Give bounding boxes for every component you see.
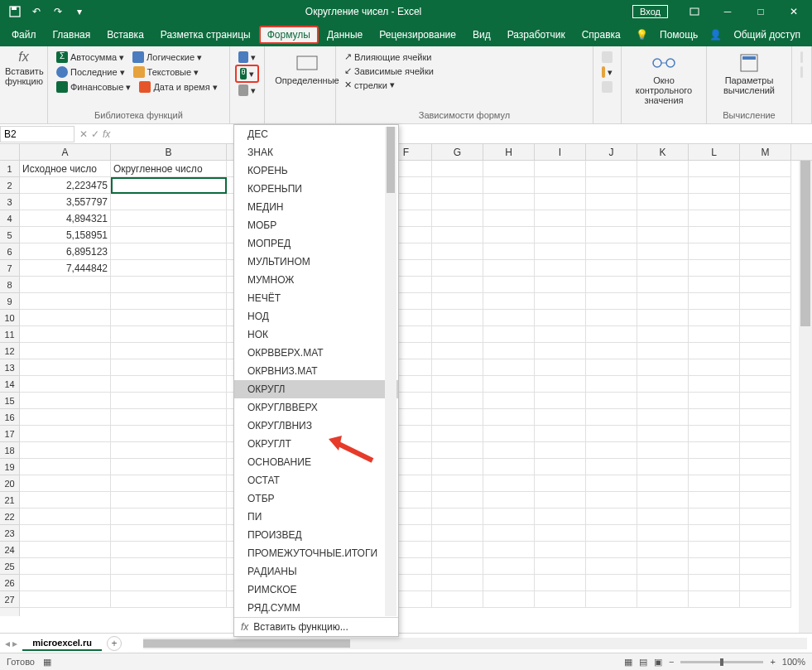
cell-L14[interactable] xyxy=(689,376,740,393)
error-check-button[interactable]: ▾ xyxy=(598,65,616,80)
zoom-out-button[interactable]: − xyxy=(669,657,674,667)
cell-G15[interactable] xyxy=(432,393,483,409)
cell-A4[interactable]: 4,894321 xyxy=(20,210,111,227)
cell-J17[interactable] xyxy=(586,426,637,442)
recent-button[interactable]: Последние ▾ xyxy=(53,65,128,80)
cell-K4[interactable] xyxy=(637,210,689,227)
row-header-10[interactable]: 10 xyxy=(0,310,19,326)
cell-G12[interactable] xyxy=(432,343,483,359)
cell-M25[interactable] xyxy=(740,558,791,575)
cell-K20[interactable] xyxy=(637,475,689,492)
cell-K1[interactable] xyxy=(637,161,689,177)
cell-I24[interactable] xyxy=(535,542,586,558)
cell-J1[interactable] xyxy=(586,161,637,177)
text-button[interactable]: Текстовые ▾ xyxy=(130,65,203,80)
cell-M8[interactable] xyxy=(740,277,791,293)
login-button[interactable]: Вход xyxy=(632,5,668,18)
col-header-I[interactable]: I xyxy=(535,144,586,160)
cell-G11[interactable] xyxy=(432,326,483,343)
cell-I3[interactable] xyxy=(535,194,586,210)
cell-H6[interactable] xyxy=(483,243,535,260)
dropdown-item-римское[interactable]: РИМСКОЕ xyxy=(234,581,398,599)
cell-A15[interactable] xyxy=(20,393,111,409)
cell-M15[interactable] xyxy=(740,393,791,409)
cell-K16[interactable] xyxy=(637,409,689,426)
cell-I19[interactable] xyxy=(535,459,586,475)
cell-B17[interactable] xyxy=(111,426,227,442)
autosum-button[interactable]: ΣАвтосумма ▾ xyxy=(53,50,127,65)
cell-G17[interactable] xyxy=(432,426,483,442)
help-link[interactable]: Помощь xyxy=(651,26,706,44)
tab-help[interactable]: Справка xyxy=(574,26,629,44)
dropdown-item-нечёт[interactable]: НЕЧЁТ xyxy=(234,289,398,307)
row-header-4[interactable]: 4 xyxy=(0,210,19,227)
cell-B14[interactable] xyxy=(111,376,227,393)
row-header-25[interactable]: 25 xyxy=(0,558,19,575)
cell-L23[interactable] xyxy=(689,525,740,542)
cell-B19[interactable] xyxy=(111,459,227,475)
dropdown-item-нок[interactable]: НОК xyxy=(234,325,398,344)
more-functions-button[interactable]: ▾ xyxy=(235,83,259,98)
cell-I6[interactable] xyxy=(535,243,586,260)
cell-B8[interactable] xyxy=(111,277,227,293)
row-header-3[interactable]: 3 xyxy=(0,194,19,210)
cell-L24[interactable] xyxy=(689,542,740,558)
cell-H25[interactable] xyxy=(483,558,535,575)
cell-A6[interactable]: 6,895123 xyxy=(20,243,111,260)
tab-review[interactable]: Рецензирование xyxy=(371,26,464,44)
cell-L2[interactable] xyxy=(689,177,740,194)
cell-G1[interactable] xyxy=(432,161,483,177)
cell-K14[interactable] xyxy=(637,376,689,393)
cell-K3[interactable] xyxy=(637,194,689,210)
col-header-K[interactable]: K xyxy=(637,144,689,160)
cell-J11[interactable] xyxy=(586,326,637,343)
dropdown-item-ряд.сумм[interactable]: РЯД.СУММ xyxy=(234,599,398,617)
cell-A23[interactable] xyxy=(20,525,111,542)
cell-L12[interactable] xyxy=(689,343,740,359)
dropdown-item-мультином[interactable]: МУЛЬТИНОМ xyxy=(234,253,398,271)
col-header-L[interactable]: L xyxy=(689,144,740,160)
cell-I11[interactable] xyxy=(535,326,586,343)
cell-L10[interactable] xyxy=(689,310,740,326)
maximize-icon[interactable]: □ xyxy=(746,3,776,20)
row-header-18[interactable]: 18 xyxy=(0,442,19,459)
row-header-15[interactable]: 15 xyxy=(0,393,19,409)
row-header-16[interactable]: 16 xyxy=(0,409,19,426)
close-icon[interactable]: ✕ xyxy=(779,3,809,20)
dropdown-item-округлвверх[interactable]: ОКРУГЛВВЕРХ xyxy=(234,398,398,417)
cell-A9[interactable] xyxy=(20,293,111,310)
cell-K6[interactable] xyxy=(637,243,689,260)
row-header-13[interactable]: 13 xyxy=(0,359,19,376)
dropdown-item-промежуточные.итоги[interactable]: ПРОМЕЖУТОЧНЫЕ.ИТОГИ xyxy=(234,544,398,562)
cell-L20[interactable] xyxy=(689,475,740,492)
cell-K10[interactable] xyxy=(637,310,689,326)
cell-A19[interactable] xyxy=(20,459,111,475)
cell-L5[interactable] xyxy=(689,227,740,243)
cell-M21[interactable] xyxy=(740,492,791,509)
cell-H9[interactable] xyxy=(483,293,535,310)
ribbon-display-icon[interactable] xyxy=(680,3,709,20)
cell-J13[interactable] xyxy=(586,359,637,376)
cell-G4[interactable] xyxy=(432,210,483,227)
dropdown-item-основание[interactable]: ОСНОВАНИЕ xyxy=(234,453,398,471)
cell-L17[interactable] xyxy=(689,426,740,442)
cell-L18[interactable] xyxy=(689,442,740,459)
cell-L27[interactable] xyxy=(689,591,740,608)
dropdown-item-округлвниз[interactable]: ОКРУГЛВНИЗ xyxy=(234,417,398,435)
cell-H3[interactable] xyxy=(483,194,535,210)
cell-A16[interactable] xyxy=(20,409,111,426)
cell-H2[interactable] xyxy=(483,177,535,194)
cell-K7[interactable] xyxy=(637,260,689,277)
cell-G8[interactable] xyxy=(432,277,483,293)
cell-G10[interactable] xyxy=(432,310,483,326)
cell-G19[interactable] xyxy=(432,459,483,475)
dropdown-item-корень[interactable]: КОРЕНЬ xyxy=(234,161,398,180)
insert-function-link[interactable]: fx Вставить функцию... xyxy=(234,617,398,636)
cell-L19[interactable] xyxy=(689,459,740,475)
cell-M4[interactable] xyxy=(740,210,791,227)
cell-H24[interactable] xyxy=(483,542,535,558)
cell-I23[interactable] xyxy=(535,525,586,542)
dropdown-item-дес[interactable]: ДЕС xyxy=(234,125,398,143)
cell-G26[interactable] xyxy=(432,575,483,591)
cell-A18[interactable] xyxy=(20,442,111,459)
